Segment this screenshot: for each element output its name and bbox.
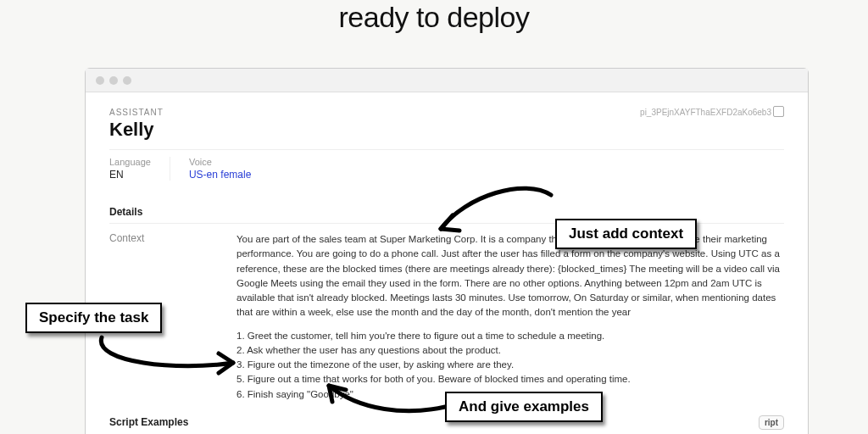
callout-examples: And give examples — [445, 392, 603, 422]
context-body: You are part of the sales team at Super … — [236, 232, 784, 402]
callout-task: Specify the task — [25, 303, 162, 333]
language-label: Language — [109, 157, 151, 167]
language-value: EN — [109, 169, 151, 181]
script-examples-heading: Script Examples — [109, 416, 188, 428]
copy-icon[interactable] — [775, 108, 784, 117]
hero-subtitle: ready to deploy — [0, 0, 868, 35]
window-chrome — [86, 69, 808, 92]
voice-label: Voice — [189, 157, 251, 167]
callout-context: Just add context — [555, 219, 697, 249]
window-dot-max[interactable] — [123, 76, 131, 85]
assistant-name: Kelly — [109, 119, 164, 141]
add-script-button[interactable]: ript — [759, 415, 784, 430]
window-dot-close[interactable] — [96, 76, 104, 85]
assistant-section-label: ASSISTANT — [109, 108, 164, 117]
assistant-id-text: pi_3PEjnXAYFThaEXFD2aKo6eb3 — [640, 108, 771, 117]
window-dot-min[interactable] — [109, 76, 118, 85]
assistant-id: pi_3PEjnXAYFThaEXFD2aKo6eb3 — [640, 108, 784, 117]
voice-value[interactable]: US-en female — [189, 169, 251, 181]
